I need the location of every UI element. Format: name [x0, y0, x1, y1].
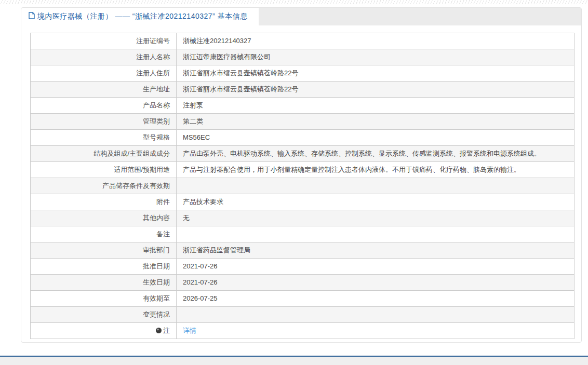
- row-value: [177, 226, 574, 242]
- row-value: 浙械注准20212140327: [177, 33, 574, 49]
- row-value: 产品由泵外壳、电机驱动系统、输入系统、存储系统、控制系统、显示系统、传感监测系统…: [177, 146, 574, 162]
- row-value: 产品与注射器配合使用，用于小剂量精确定量控制注入患者体内液体。不用于镇痛药、化疗…: [177, 162, 574, 178]
- document-icon: [29, 12, 35, 21]
- row-value: [177, 178, 574, 194]
- row-label: 附件: [31, 194, 177, 210]
- row-label: 注: [31, 323, 177, 339]
- page: 境内医疗器械（注册） —— “浙械注准20212140327” 基本信息 注册证…: [0, 0, 588, 365]
- row-label: 变更情况: [31, 307, 177, 323]
- row-label: 备注: [31, 226, 177, 242]
- row-label: 生产地址: [31, 82, 177, 98]
- table-row: 附件产品技术要求: [31, 194, 574, 210]
- table-row: 变更情况: [31, 307, 574, 323]
- table-row: 批准日期2021-07-26: [31, 259, 574, 275]
- panel-header: 境内医疗器械（注册） —— “浙械注准20212140327” 基本信息: [21, 8, 581, 25]
- row-value: 2021-07-26: [177, 259, 574, 275]
- row-label: 型号规格: [31, 130, 177, 146]
- row-label: 注册人名称: [31, 49, 177, 65]
- table-row: 生效日期2021-07-26: [31, 275, 574, 291]
- table-row: 注册人名称浙江迈帝康医疗器械有限公司: [31, 49, 574, 65]
- row-value: 浙江省药品监督管理局: [177, 242, 574, 259]
- row-value: 详情: [177, 323, 574, 339]
- row-value: 产品技术要求: [177, 194, 574, 210]
- table-row: 审批部门浙江省药品监督管理局: [31, 242, 574, 259]
- row-label: 注册人住所: [31, 65, 177, 82]
- registration-detail-panel: 境内医疗器械（注册） —— “浙械注准20212140327” 基本信息 注册证…: [21, 7, 582, 343]
- row-value: 浙江省丽水市缙云县壶镇镇苍岭路22号: [177, 82, 574, 98]
- table-row: 管理类别第二类: [31, 114, 574, 130]
- table-row: 产品名称注射泵: [31, 98, 574, 114]
- row-label: 批准日期: [31, 259, 177, 275]
- table-row: 备注: [31, 226, 574, 242]
- detail-link[interactable]: 详情: [183, 327, 196, 334]
- registration-table-body: 注册证编号浙械注准20212140327注册人名称浙江迈帝康医疗器械有限公司注册…: [31, 33, 574, 339]
- table-row: 结构及组成/主要组成成分产品由泵外壳、电机驱动系统、输入系统、存储系统、控制系统…: [31, 146, 574, 162]
- row-label: 产品名称: [31, 98, 177, 114]
- row-label: 适用范围/预期用途: [31, 162, 177, 178]
- note-icon: [156, 328, 162, 333]
- table-row: 有效期至2026-07-25: [31, 291, 574, 307]
- row-value: 浙江省丽水市缙云县壶镇镇苍岭路22号: [177, 65, 574, 82]
- row-label: 生效日期: [31, 275, 177, 291]
- row-label: 审批部门: [31, 242, 177, 259]
- row-label: 产品储存条件及有效期: [31, 178, 177, 194]
- row-value: [177, 307, 574, 323]
- table-row: 适用范围/预期用途产品与注射器配合使用，用于小剂量精确定量控制注入患者体内液体。…: [31, 162, 574, 178]
- row-label: 有效期至: [31, 291, 177, 307]
- table-row: 注册证编号浙械注准20212140327: [31, 33, 574, 49]
- row-value: 浙江迈帝康医疗器械有限公司: [177, 49, 574, 65]
- row-label: 结构及组成/主要组成成分: [31, 146, 177, 162]
- table-row: 型号规格MS56EC: [31, 130, 574, 146]
- registration-table: 注册证编号浙械注准20212140327注册人名称浙江迈帝康医疗器械有限公司注册…: [30, 33, 574, 339]
- page-title: 境内医疗器械（注册） —— “浙械注准20212140327” 基本信息: [37, 12, 248, 21]
- footer-band: [0, 357, 588, 365]
- row-label: 其他内容: [31, 210, 177, 226]
- table-row: 注册人住所浙江省丽水市缙云县壶镇镇苍岭路22号: [31, 65, 574, 82]
- row-value: 注射泵: [177, 98, 574, 114]
- row-value: 2026-07-25: [177, 291, 574, 307]
- top-decorative-stripes: [0, 0, 588, 4]
- table-row: 其他内容无: [31, 210, 574, 226]
- row-value: 2021-07-26: [177, 275, 574, 291]
- row-value: 无: [177, 210, 574, 226]
- table-row: 生产地址浙江省丽水市缙云县壶镇镇苍岭路22号: [31, 82, 574, 98]
- row-value: 第二类: [177, 114, 574, 130]
- row-label: 注册证编号: [31, 33, 177, 49]
- table-row: 注详情: [31, 323, 574, 339]
- row-value: MS56EC: [177, 130, 574, 146]
- row-label: 管理类别: [31, 114, 177, 130]
- table-row: 产品储存条件及有效期: [31, 178, 574, 194]
- title-tab: 境内医疗器械（注册） —— “浙械注准20212140327” 基本信息: [21, 8, 259, 25]
